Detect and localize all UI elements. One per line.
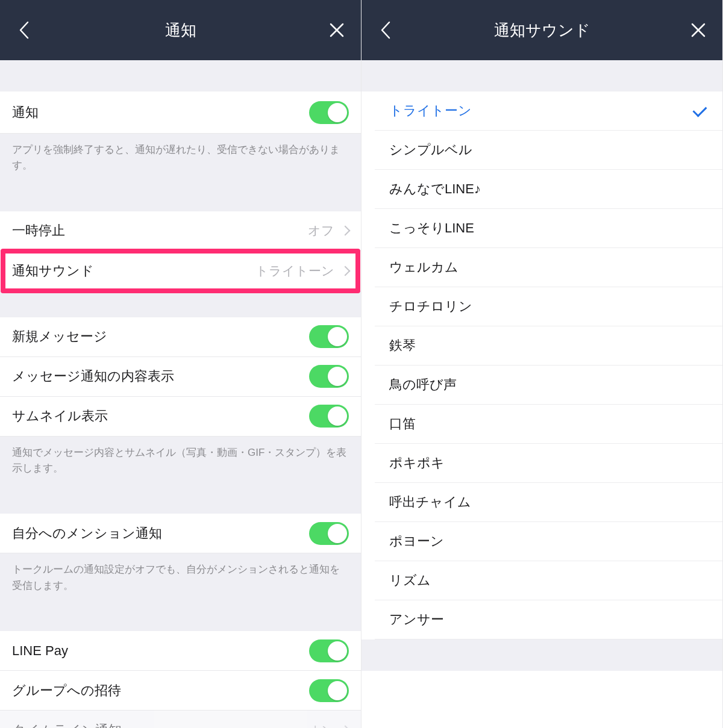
chevron-right-icon [340,266,351,276]
sound-list: トライトーンシンプルベルみんなでLINE♪こっそりLINEウェルカムチロチロリン… [362,92,722,639]
row-timeline[interactable]: タイムライン通知 オン [0,711,361,728]
sound-option[interactable]: トライトーン [375,92,722,131]
row-label: メッセージ通知の内容表示 [12,367,309,385]
row-thumbnail[interactable]: サムネイル表示 [0,397,361,437]
row-label: 一時停止 [12,222,308,240]
row-label: 自分へのメンション通知 [12,524,309,543]
row-mention[interactable]: 自分へのメンション通知 [0,514,361,553]
sound-option-label: ポキポキ [389,454,708,472]
header: 通知サウンド [362,0,722,60]
toggle-thumbnail[interactable] [309,405,349,428]
sound-option-label: みんなでLINE♪ [389,180,708,198]
row-label: 通知 [12,104,309,122]
back-button[interactable] [374,18,398,42]
sound-option-label: 鉄琴 [389,337,708,355]
chevron-right-icon [340,726,351,728]
row-show-content[interactable]: メッセージ通知の内容表示 [0,357,361,397]
row-notification-sound[interactable]: 通知サウンド トライトーン [0,251,361,291]
check-icon [692,105,708,116]
sound-option[interactable]: 鳥の呼び声 [375,366,722,405]
settings-scroll[interactable]: 通知 アプリを強制終了すると、通知が遅れたり、受信できない場合があります。 一時… [0,60,361,728]
row-value: オフ [308,222,334,239]
sound-option-label: こっそりLINE [389,219,708,237]
row-label: タイムライン通知 [12,721,308,728]
row-label: LINE Pay [12,643,309,659]
sound-list-scroll[interactable]: トライトーンシンプルベルみんなでLINE♪こっそりLINEウェルカムチロチロリン… [362,60,722,728]
row-linepay[interactable]: LINE Pay [0,631,361,671]
row-label: 新規メッセージ [12,328,309,346]
row-label: サムネイル表示 [12,407,309,425]
toggle-group-invite[interactable] [309,679,349,702]
sound-option-label: 口笛 [389,415,708,433]
sound-option[interactable]: 鉄琴 [375,326,722,366]
sound-option[interactable]: リズム [375,561,722,600]
sound-option[interactable]: ポキポキ [375,444,722,483]
toggle-notifications[interactable] [309,101,349,124]
toggle-new-message[interactable] [309,325,349,348]
notifications-pane: 通知 通知 アプリを強制終了すると、通知が遅れたり、受信できない場合があります。… [0,0,362,728]
toggle-linepay[interactable] [309,639,349,662]
page-title: 通知 [0,20,361,41]
highlighted-sound-row: 通知サウンド トライトーン [0,251,361,291]
sound-option[interactable]: 口笛 [375,405,722,444]
chevron-right-icon [340,226,351,236]
sound-option-label: リズム [389,571,708,590]
sound-option-label: チロチロリン [389,297,708,316]
row-group-invite[interactable]: グループへの招待 [0,671,361,711]
row-value: オン [308,722,334,728]
sound-option-label: トライトーン [389,102,692,120]
sound-option[interactable]: こっそりLINE [375,209,722,248]
row-notifications[interactable]: 通知 [0,92,361,134]
sound-option[interactable]: 呼出チャイム [375,483,722,522]
sound-option-label: ポヨーン [389,532,708,550]
sound-option[interactable]: ウェルカム [375,248,722,287]
sound-option[interactable]: みんなでLINE♪ [375,170,722,209]
note-thumbnail: 通知でメッセージ内容とサムネイル（写真・動画・GIF・スタンプ）を表示します。 [0,437,361,488]
page-title: 通知サウンド [362,20,722,41]
sound-option[interactable]: ポヨーン [375,522,722,561]
close-button[interactable] [325,18,349,42]
sound-option[interactable]: アンサー [375,600,722,639]
row-label: 通知サウンド [12,262,255,280]
toggle-show-content[interactable] [309,365,349,388]
sound-option-label: ウェルカム [389,258,708,276]
sound-select-pane: 通知サウンド トライトーンシンプルベルみんなでLINE♪こっそりLINEウェルカ… [362,0,723,728]
row-value: トライトーン [255,263,334,279]
close-button[interactable] [686,18,710,42]
sound-option-label: 鳥の呼び声 [389,376,708,394]
toggle-mention[interactable] [309,522,349,545]
note-app-terminate: アプリを強制終了すると、通知が遅れたり、受信できない場合があります。 [0,134,361,185]
sound-option-label: アンサー [389,611,708,629]
sound-option-label: シンプルベル [389,141,708,159]
sound-option-label: 呼出チャイム [389,493,708,511]
row-new-message[interactable]: 新規メッセージ [0,317,361,357]
sound-option[interactable]: チロチロリン [375,287,722,326]
back-button[interactable] [12,18,36,42]
sound-option[interactable]: シンプルベル [375,131,722,170]
note-mention: トークルームの通知設定がオフでも、自分がメンションされると通知を受信します。 [0,553,361,605]
header: 通知 [0,0,361,60]
row-label: グループへの招待 [12,682,309,700]
row-pause[interactable]: 一時停止 オフ [0,211,361,251]
